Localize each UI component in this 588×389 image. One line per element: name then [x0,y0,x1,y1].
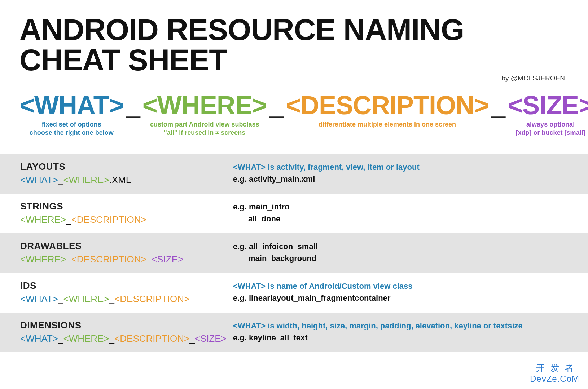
category-label: LAYOUTS [20,161,233,172]
example-1: e.g. linearlayout_main_fragmentcontainer [233,292,568,304]
rule-row: DRAWABLES<WHERE>_<DESCRIPTION>_<SIZE>e.g… [0,233,588,273]
formula-where: <WHERE> custom part Android view subclas… [142,92,267,137]
category-label: DRAWABLES [20,240,233,252]
rule-row: IDS<WHAT>_<WHERE>_<DESCRIPTION><WHAT> is… [0,273,588,313]
rule-right: e.g. all_infoicon_smallmain_background [233,240,568,265]
what-note: <WHAT> is name of Android/Custom view cl… [233,280,568,292]
rule-right: <WHAT> is name of Android/Custom view cl… [233,280,568,305]
token-description: <DESCRIPTION> [286,92,489,118]
formula-size: <SIZE> always optional[xdp] or bucket [s… [508,92,588,137]
formula-description: <DESCRIPTION> differentiate multiple ele… [286,92,489,129]
desc-where: custom part Android view subclass"all" i… [150,120,259,137]
what-note: <WHAT> is width, height, size, margin, p… [233,320,568,332]
watermark-line2: DevZe.CoM [530,374,579,384]
rules-list: LAYOUTS<WHAT>_<WHERE>.XML<WHAT> is activ… [0,154,588,352]
rule-right: e.g. main_introall_done [233,201,568,225]
rule-right: <WHAT> is width, height, size, margin, p… [233,320,568,344]
rule-left: DRAWABLES<WHERE>_<DESCRIPTION>_<SIZE> [20,240,233,265]
pattern-text: <WHERE>_<DESCRIPTION> [20,214,233,225]
pattern-text: <WHAT>_<WHERE>_<DESCRIPTION>_<SIZE> [20,333,233,344]
formula-what: <WHAT> fixed set of optionschoose the ri… [19,92,124,137]
desc-what: fixed set of optionschoose the right one… [30,120,114,137]
token-what: <WHAT> [19,92,124,118]
page-title: ANDROID RESOURCE NAMING CHEAT SHEET [19,14,569,75]
example-1: e.g. keyline_all_text [233,332,568,344]
example-2: all_done [233,213,568,225]
rule-left: DIMENSIONS<WHAT>_<WHERE>_<DESCRIPTION>_<… [20,320,233,344]
token-where: <WHERE> [142,92,267,118]
separator-2: _ [268,92,284,118]
category-label: DIMENSIONS [20,320,233,331]
rule-right: <WHAT> is activity, fragment, view, item… [233,161,568,186]
example-1: e.g. main_intro [233,201,568,213]
watermark: 开发者 DevZe.CoM [530,362,579,384]
pattern-text: <WHAT>_<WHERE>_<DESCRIPTION> [20,293,233,305]
rule-row: DIMENSIONS<WHAT>_<WHERE>_<DESCRIPTION>_<… [0,313,588,352]
rule-row: STRINGS<WHERE>_<DESCRIPTION>e.g. main_in… [0,194,588,233]
pattern-text: <WHERE>_<DESCRIPTION>_<SIZE> [20,254,233,265]
example-1: e.g. activity_main.xml [233,173,568,185]
watermark-line1: 开发者 [530,362,579,374]
rule-left: LAYOUTS<WHAT>_<WHERE>.XML [20,161,233,186]
desc-size: always optional[xdp] or bucket [small] [516,120,585,137]
rule-row: LAYOUTS<WHAT>_<WHERE>.XML<WHAT> is activ… [0,154,588,194]
example-2: main_background [233,252,568,264]
category-label: STRINGS [20,201,233,212]
desc-description: differentiate multiple elements in one s… [319,120,456,129]
separator-3: _ [490,92,506,118]
category-label: IDS [20,280,233,291]
what-note: <WHAT> is activity, fragment, view, item… [233,161,568,173]
separator-1: _ [125,92,141,118]
example-1: e.g. all_infoicon_small [233,240,568,252]
formula-row: <WHAT> fixed set of optionschoose the ri… [19,92,569,137]
rule-left: STRINGS<WHERE>_<DESCRIPTION> [20,201,233,225]
pattern-text: <WHAT>_<WHERE>.XML [20,174,233,186]
token-size: <SIZE> [508,92,588,118]
rule-left: IDS<WHAT>_<WHERE>_<DESCRIPTION> [20,280,233,305]
